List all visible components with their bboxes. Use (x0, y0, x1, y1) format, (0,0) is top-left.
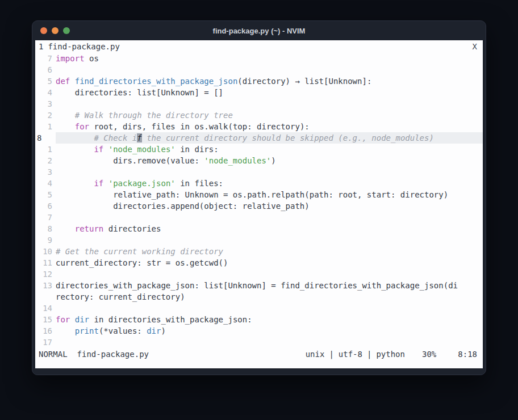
line-number: 4 (35, 87, 56, 98)
code-line[interactable]: 1 for root, dirs, files in os.walk(top: … (35, 121, 483, 132)
scroll-percent: 30% (422, 350, 436, 359)
code-text: directories.append(object: relative_path… (56, 200, 483, 212)
code-text (56, 64, 483, 75)
filetype-indicator: python (376, 350, 405, 359)
code-line[interactable]: 2 dirs.remove(value: 'node_modules') (35, 155, 483, 166)
code-segment: 'package.json' (108, 179, 176, 188)
code-line[interactable]: 8 return directories (35, 223, 483, 234)
mode-indicator: NORMAL (39, 348, 68, 360)
code-line[interactable]: 10# Get the current working directory (35, 246, 483, 257)
code-segment: 'node_modules' (108, 145, 176, 154)
code-segment: in files: (176, 179, 223, 188)
code-line[interactable]: 13directories_with_package_json: list[Un… (35, 280, 483, 291)
code-segment: root, dirs, files in os.walk(top: direct… (89, 122, 310, 131)
code-segment: # Get the current working directory (56, 247, 223, 256)
close-window-button[interactable] (40, 27, 47, 34)
code-line[interactable]: 3 (35, 98, 483, 110)
code-text (56, 337, 483, 348)
line-number: 15 (35, 314, 56, 325)
code-segment: directories.append(object: relative_path… (56, 201, 310, 211)
code-text: # Check if the current directory should … (56, 132, 483, 144)
code-text: current_directory: str = os.getcwd() (56, 257, 483, 268)
nvim-window: find-package.py (~) - NVIM 1find-package… (32, 20, 486, 375)
code-line[interactable]: 4 if 'package.json' in files: (35, 178, 483, 189)
code-text: return directories (56, 223, 483, 234)
line-number: 7 (35, 212, 56, 223)
code-text: # Walk through the directory tree (56, 110, 483, 121)
code-text: directories: list[Unknown] = [] (56, 87, 483, 98)
minimize-window-button[interactable] (52, 27, 59, 34)
code-line[interactable]: 16 print(*values: dir) (35, 325, 483, 337)
bufferline: 1find-package.py X (35, 40, 483, 53)
code-text: # Get the current working directory (56, 246, 483, 257)
cursor-line[interactable]: 8 # Check if the current directory shoul… (35, 132, 483, 144)
code-segment: ) (161, 326, 165, 335)
code-segment: if (94, 145, 103, 154)
code-line[interactable]: 11current_directory: str = os.getcwd() (35, 257, 483, 268)
code-segment (56, 326, 75, 335)
code-line[interactable]: 4 directories: list[Unknown] = [] (35, 87, 483, 98)
statusline-filename: find-package.py (77, 348, 149, 360)
code-segment: (*values: (99, 326, 147, 335)
buffer-name: find-package.py (48, 42, 119, 51)
code-segment: dir (147, 326, 161, 335)
code-line[interactable]: 6 directories.append(object: relative_pa… (35, 200, 483, 212)
code-line[interactable]: 7import os (35, 53, 483, 64)
code-line[interactable]: rectory: current_directory) (35, 291, 483, 303)
line-number: 13 (35, 280, 56, 291)
window-titlebar[interactable]: find-package.py (~) - NVIM (32, 21, 486, 40)
code-segment (103, 179, 108, 188)
buffer-close-button[interactable]: X (473, 40, 477, 53)
line-number: 14 (35, 303, 56, 314)
code-segment: ) (271, 156, 275, 165)
code-segment: rectory: current_directory) (56, 292, 185, 301)
line-number: 4 (35, 178, 56, 189)
code-text: print(*values: dir) (56, 325, 483, 337)
code-line[interactable]: 15for dir in directories_with_package_js… (35, 314, 483, 325)
code-line[interactable]: 9 (35, 234, 483, 246)
code-text: if 'node_modules' in dirs: (56, 144, 483, 155)
code-line[interactable]: 5 relative_path: Unknown = os.path.relpa… (35, 189, 483, 200)
line-number: 8 (35, 223, 56, 234)
code-segment (56, 122, 75, 131)
code-segment: return (75, 224, 104, 233)
code-line[interactable]: 12 (35, 268, 483, 280)
statusline-separator: | (329, 350, 333, 359)
code-line[interactable]: 2 # Walk through the directory tree (35, 110, 483, 121)
code-line[interactable]: 1 if 'node_modules' in dirs: (35, 144, 483, 155)
code-segment: dirs.remove(value: (56, 156, 204, 165)
line-number: 2 (35, 155, 56, 166)
zoom-window-button[interactable] (63, 27, 70, 34)
code-text: def find_directories_with_package_json(d… (56, 75, 483, 87)
line-number: 9 (35, 234, 56, 246)
code-segment: # Walk through the directory tree (75, 111, 233, 120)
code-line[interactable]: 7 (35, 212, 483, 223)
code-segment: import (56, 54, 85, 63)
code-text (56, 98, 483, 110)
code-line[interactable]: 5def find_directories_with_package_json(… (35, 75, 483, 87)
code-segment: 'node_modules' (204, 156, 271, 165)
code-line[interactable]: 3 (35, 166, 483, 178)
line-number: 7 (35, 53, 56, 64)
code-segment: the current directory should be skipped … (142, 133, 434, 142)
code-text: import os (56, 53, 483, 64)
code-text (56, 166, 483, 178)
code-text: dirs.remove(value: 'node_modules') (56, 155, 483, 166)
code-line[interactable]: 6 (35, 64, 483, 75)
code-line[interactable]: 14 (35, 303, 483, 314)
line-number: 17 (35, 337, 56, 348)
code-segment: if (94, 179, 103, 188)
code-text: directories_with_package_json: list[Unkn… (56, 280, 483, 291)
line-number: 6 (35, 64, 56, 75)
code-area[interactable]: 7import os65def find_directories_with_pa… (35, 53, 483, 348)
line-number (35, 291, 56, 303)
code-segment: dir (75, 315, 89, 324)
code-segment (56, 179, 94, 188)
code-segment: def (56, 77, 70, 86)
code-segment: directories (103, 224, 161, 233)
code-segment: in directories_with_package_json: (89, 315, 252, 324)
code-segment (70, 315, 74, 324)
buffer-tab[interactable]: 1find-package.py (39, 40, 473, 53)
code-line[interactable]: 17 (35, 337, 483, 348)
code-segment: directories: list[Unknown] = [] (56, 88, 223, 97)
